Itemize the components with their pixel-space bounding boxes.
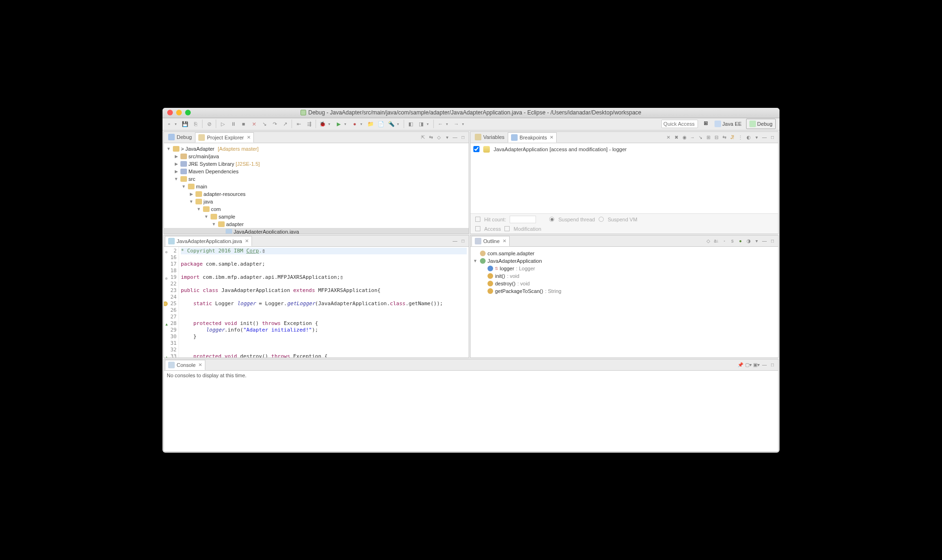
expand-all-button[interactable]: ⊞ [705,133,712,141]
editor-code[interactable]: * Copyright 2016 IBM Corp.▯package com.s… [179,247,469,357]
use-step-filters-button[interactable]: ⇶ [304,119,314,129]
tree-arrow-icon[interactable]: ▼ [181,184,187,189]
open-console-button[interactable]: ▣▾ [753,361,760,368]
maximize-console-button[interactable]: □ [769,361,776,368]
perspective-java-ee[interactable]: Java EE [711,119,745,129]
line-number[interactable]: 25 [164,300,177,307]
project-tree[interactable]: ▼ > JavaAdapter [Adapters master] ▶src/m… [164,143,469,234]
tab-console[interactable]: Console ✕ [165,360,205,370]
editor-gutter[interactable]: 2⊕16171819⊕22232425262728▲2930313233▲34 [164,247,179,357]
code-line[interactable]: package com.sample.adapter; [181,261,467,268]
tree-arrow-icon[interactable]: ▶ [188,192,194,196]
line-number[interactable]: 32 [164,347,177,353]
minimize-console-button[interactable]: — [761,361,768,368]
run-launch-button[interactable]: ▶ [334,119,343,129]
skip-breakpoints-button[interactable]: ⊘ [204,119,214,129]
minimize-window-button[interactable] [176,110,182,115]
quick-access[interactable] [661,120,698,128]
pin-console-button[interactable]: 📌 [737,361,744,368]
tree-arrow-icon[interactable]: ▶ [173,162,179,166]
remove-all-breakpoints-button[interactable]: ✖ [673,133,680,141]
view-menu-bp-button[interactable]: ▾ [753,133,760,141]
forward-nav-button[interactable]: → [452,119,461,129]
tree-item[interactable]: ▼adapter [164,220,469,228]
tree-item[interactable]: ▶JRE System Library [J2SE-1.5] [164,160,469,168]
tree-arrow-icon[interactable]: ▼ [203,214,209,219]
hide-static-button[interactable]: s [729,237,736,244]
perspective-debug[interactable]: Debug [746,119,776,129]
line-number[interactable]: 29 [164,327,177,333]
tab-variables[interactable]: Variables [471,132,508,142]
hit-count-input[interactable] [510,216,536,223]
hit-count-checkbox[interactable] [475,217,480,222]
new-server-button[interactable]: 📁 [366,119,375,129]
outline-item[interactable]: init() : void [472,272,776,280]
hide-fields-button[interactable]: ◦ [721,237,728,244]
minimize-outline-button[interactable]: — [761,237,768,244]
tab-java-file[interactable]: JavaAdapterApplication.java ✕ [165,236,252,246]
terminate-button[interactable]: ■ [239,119,248,129]
code-line[interactable] [181,307,467,314]
tree-item[interactable]: ▶src/main/java [164,153,469,160]
close-outline-tab-icon[interactable]: ✕ [503,238,506,243]
tree-item[interactable]: ▼java [164,198,469,205]
code-line[interactable]: protected void init() throws Exception { [181,320,467,327]
line-number[interactable]: 24 [164,294,177,300]
quick-access-input[interactable] [661,120,698,128]
minimize-editor-button[interactable]: — [451,237,459,244]
tree-project-root[interactable]: ▼ > JavaAdapter [Adapters master] [164,145,469,153]
step-into-button[interactable]: ↘ [260,119,269,129]
code-line[interactable]: * Copyright 2016 IBM Corp.▯ [181,248,467,254]
drop-to-frame-button[interactable]: ⇤ [294,119,303,129]
suspend-thread-radio[interactable] [549,217,554,222]
add-java-exception-button[interactable]: J! [729,133,736,141]
step-return-button[interactable]: ↗ [280,119,290,129]
link-editor-button[interactable]: ⇆ [427,133,435,141]
line-number[interactable]: 16 [164,254,177,261]
maximize-outline-button[interactable]: □ [769,237,776,244]
debug-launch-button[interactable]: 🐞 [318,119,327,129]
line-number[interactable]: 2⊕ [164,248,177,254]
tree-arrow-icon[interactable]: ▼ [196,207,202,211]
save-all-button[interactable]: ⎘ [191,119,200,129]
tree-arrow-icon[interactable]: ▼ [188,199,194,204]
close-tab-icon[interactable]: ✕ [550,135,553,140]
resume-button[interactable]: ▷ [218,119,227,129]
tree-item[interactable]: JavaAdapterApplication.java [164,228,469,234]
code-line[interactable] [181,254,467,261]
view-menu-outline-button[interactable]: ▾ [753,237,760,244]
code-line[interactable]: static Logger logger = Logger.getLogger(… [181,300,467,307]
breakpoint-enabled-checkbox[interactable] [473,146,479,152]
goto-file-button[interactable]: → [689,133,696,141]
open-perspective-button[interactable]: ⊞ [702,119,710,127]
tree-item[interactable]: ▼com [164,205,469,213]
minimize-button[interactable]: — [451,133,459,141]
zoom-window-button[interactable] [185,110,191,115]
new-java-button[interactable]: 📄 [376,119,386,129]
line-number[interactable]: 17 [164,261,177,268]
line-number[interactable]: 22 [164,281,177,287]
code-line[interactable] [181,340,467,347]
tree-arrow-icon[interactable]: ▶ [173,169,179,174]
open-type-button[interactable]: ◧ [406,119,415,129]
suspend-vm-radio[interactable] [599,217,604,222]
breakpoint-item[interactable]: JavaAdapterApplication [access and modif… [473,146,775,153]
skip-all-button[interactable]: ↘ [697,133,704,141]
sort-button[interactable]: a↓ [713,237,720,244]
line-number[interactable]: 18 [164,268,177,274]
code-line[interactable]: } [181,333,467,340]
line-number[interactable]: 19⊕ [164,274,177,281]
tree-arrow-icon[interactable]: ▼ [211,222,217,227]
outline-item[interactable]: Slogger : Logger [472,265,776,272]
remove-breakpoint-button[interactable]: ✕ [665,133,672,141]
code-line[interactable]: logger.info("Adapter initialized!"); [181,327,467,333]
hide-nonpublic-button[interactable]: ● [737,237,744,244]
back-nav-button[interactable]: ← [436,119,445,129]
tree-arrow-icon[interactable]: ▶ [173,154,179,159]
link-button[interactable]: ⇆ [721,133,728,141]
suspend-button[interactable]: ⏸ [228,119,238,129]
close-editor-tab-icon[interactable]: ✕ [245,238,249,243]
close-tab-icon[interactable]: ✕ [247,135,251,140]
show-supported-button[interactable]: ◉ [681,133,688,141]
line-number[interactable]: 27 [164,314,177,320]
